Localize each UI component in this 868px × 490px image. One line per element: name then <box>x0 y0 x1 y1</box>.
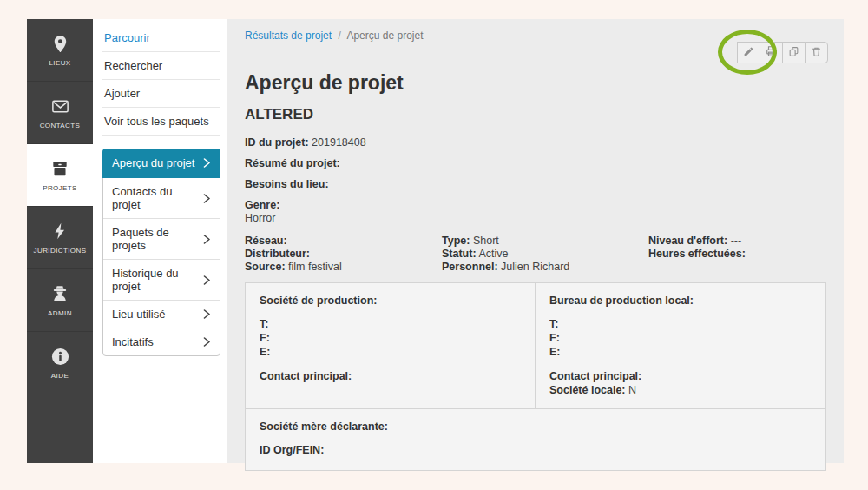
sidebar-item-label: CONTACTS <box>40 122 81 129</box>
chevron-right-icon <box>203 275 211 285</box>
field-label: Genre: <box>245 199 826 212</box>
field-source: Source: film festival <box>245 261 442 274</box>
primary-contact-label: Contact principal: <box>549 369 812 383</box>
projectnav-paquets[interactable]: Paquets de projets <box>103 219 220 260</box>
projectnav-label: Paquets de projets <box>112 226 203 252</box>
column-effort: Niveau d'effort: --- Heures effectuées: <box>648 235 826 274</box>
edit-button[interactable] <box>737 42 760 63</box>
field-label: Source: <box>245 261 286 273</box>
projectnav-label: Historique du projet <box>112 267 203 293</box>
projectnav-historique[interactable]: Historique du projet <box>103 260 220 301</box>
envelope-icon <box>49 96 71 122</box>
field-value: Active <box>478 248 508 260</box>
phone-label: T: <box>549 317 812 331</box>
project-name: ALTERED <box>245 106 826 123</box>
field-reseau: Réseau: <box>245 235 442 248</box>
field-value: Horror <box>245 212 826 225</box>
field-genre: Genre: Horror <box>245 199 826 225</box>
field-personnel: Personnel: Julien Richard <box>442 261 648 274</box>
print-button[interactable] <box>760 42 783 63</box>
breadcrumb-separator: / <box>338 30 340 42</box>
field-label: ID du projet: <box>245 136 309 149</box>
field-label: Distributeur: <box>245 248 310 260</box>
field-value: film festival <box>288 261 342 273</box>
field-label: Niveau d'effort: <box>648 235 727 247</box>
breadcrumb-link-results[interactable]: Résultats de projet <box>245 30 332 42</box>
sidebar-item-label: PROJETS <box>43 184 77 192</box>
box-title: Société mère déclarante: <box>260 420 812 433</box>
map-pin-icon <box>50 34 70 59</box>
field-label: Personnel: <box>442 261 498 273</box>
sidebar-item-lieux[interactable]: LIEUX <box>27 19 93 82</box>
column-type: Type: Short Statut: Active Personnel: Ju… <box>442 235 648 274</box>
fax-label: F: <box>260 331 521 345</box>
delete-button[interactable] <box>805 42 828 63</box>
sidebar-item-contacts[interactable]: CONTACTS <box>27 82 93 144</box>
company-boxes: Société de production: T: F: E: Contact … <box>245 282 826 471</box>
field-heures: Heures effectuées: <box>648 248 826 261</box>
sidebar-item-label: AIDE <box>51 372 69 380</box>
local-production-office-box: Bureau de production local: T: F: E: Con… <box>536 283 825 408</box>
chevron-right-icon <box>203 194 211 203</box>
action-toolbar <box>738 42 828 63</box>
sidebar-item-label: ADMIN <box>48 309 72 317</box>
projectnav-incitatifs[interactable]: Incitatifs <box>103 328 220 355</box>
menu-item-voir-paquets[interactable]: Voir tous les paquets <box>102 108 220 136</box>
breadcrumb-current: Aperçu de projet <box>346 30 423 42</box>
box-title: Société de production: <box>260 295 521 307</box>
chevron-right-icon <box>203 309 211 319</box>
menu-item-ajouter[interactable]: Ajouter <box>102 80 220 108</box>
chevron-right-icon <box>203 235 211 244</box>
field-statut: Statut: Active <box>442 248 648 261</box>
breadcrumb: Résultats de projet / Aperçu de projet <box>245 30 826 42</box>
production-company-box: Société de production: T: F: E: Contact … <box>246 283 536 408</box>
field-value: 201918408 <box>312 136 366 149</box>
field-distributeur: Distributeur: <box>245 248 442 261</box>
copy-button[interactable] <box>782 42 806 63</box>
main-content: Résultats de projet / Aperçu de projet A… <box>227 19 844 463</box>
field-resume: Résumé du projet: <box>245 157 826 170</box>
box-title: Bureau de production local: <box>549 295 812 307</box>
field-label: Statut: <box>442 248 477 260</box>
spy-icon <box>49 283 70 309</box>
sidebar-item-projets[interactable]: PROJETS <box>27 144 93 207</box>
pencil-icon <box>743 46 754 60</box>
projectnav-label: Contacts du projet <box>112 185 203 211</box>
projectnav-contacts[interactable]: Contacts du projet <box>103 178 220 219</box>
page: LIEUX CONTACTS PROJETS JURIDICTIONS ADMI… <box>0 0 868 490</box>
field-label: Réseau: <box>245 235 287 247</box>
field-type: Type: Short <box>442 235 648 248</box>
fax-label: F: <box>549 331 812 345</box>
local-company-line: Société locale: N <box>549 383 812 397</box>
column-network: Réseau: Distributeur: Source: film festi… <box>245 235 442 274</box>
primary-sidebar: LIEUX CONTACTS PROJETS JURIDICTIONS ADMI… <box>27 19 93 463</box>
primary-contact-label: Contact principal: <box>260 369 521 383</box>
archive-box-icon <box>49 159 70 184</box>
menu-item-rechercher[interactable]: Rechercher <box>102 52 220 80</box>
phone-label: T: <box>260 317 521 331</box>
field-besoins: Besoins du lieu: <box>245 178 826 191</box>
projectnav-apercu[interactable]: Aperçu du projet <box>102 149 220 178</box>
menu-item-parcourir[interactable]: Parcourir <box>102 24 220 52</box>
chevron-right-icon <box>203 337 211 347</box>
projectnav-label: Incitatifs <box>112 335 154 348</box>
sidebar-item-juridictions[interactable]: JURIDICTIONS <box>27 207 93 269</box>
sidebar-item-aide[interactable]: AIDE <box>27 332 93 394</box>
email-label: E: <box>549 345 812 359</box>
info-icon <box>50 347 70 372</box>
field-label: Résumé du projet: <box>245 157 340 169</box>
secondary-menu: Parcourir Rechercher Ajouter Voir tous l… <box>93 19 227 463</box>
projectnav-lieu-utilise[interactable]: Lieu utilisé <box>103 301 220 328</box>
projectnav-label: Lieu utilisé <box>112 308 165 321</box>
field-niveau-effort: Niveau d'effort: --- <box>648 235 826 248</box>
field-value: Julien Richard <box>501 261 569 273</box>
field-label: Type: <box>442 235 470 247</box>
chevron-right-icon <box>203 158 211 168</box>
browse-menu: Parcourir Rechercher Ajouter Voir tous l… <box>102 24 220 136</box>
projectnav-label: Aperçu du projet <box>112 156 194 169</box>
field-project-id: ID du projet: 201918408 <box>245 136 826 149</box>
parent-company-box: Société mère déclarante: ID Org/FEIN: <box>246 409 825 470</box>
local-company-label: Société locale: <box>549 384 626 396</box>
sidebar-item-admin[interactable]: ADMIN <box>27 269 93 332</box>
field-value: --- <box>731 235 742 247</box>
